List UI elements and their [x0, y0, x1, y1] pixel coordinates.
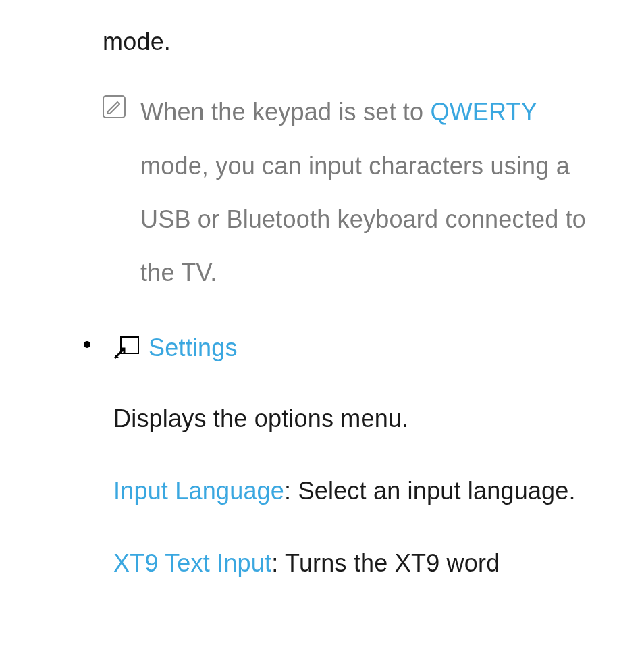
- note-post: mode, you can input characters using a U…: [140, 152, 586, 286]
- xt9-line: XT9 Text Input: Turns the XT9 word: [113, 536, 576, 590]
- settings-description: Displays the options menu.: [113, 392, 576, 445]
- input-language-line: Input Language: Select an input language…: [113, 464, 576, 517]
- mode-fragment-line: mode.: [103, 19, 614, 65]
- xt9-label: XT9 Text Input: [113, 549, 271, 577]
- document-page: mode. When the keypad is set to QWERTY m…: [0, 0, 644, 590]
- settings-bullet: Settings Displays the options menu. Inpu…: [103, 325, 614, 590]
- note-pre: When the keypad is set to: [140, 98, 430, 126]
- note-text: When the keypad is set to QWERTY mode, y…: [140, 85, 606, 299]
- note-block: When the keypad is set to QWERTY mode, y…: [103, 85, 614, 299]
- qwerty-highlight: QWERTY: [430, 98, 537, 126]
- options-menu-icon: [113, 336, 139, 359]
- input-language-desc: : Select an input language.: [284, 477, 576, 505]
- note-pencil-icon: [103, 95, 126, 118]
- settings-label: Settings: [149, 325, 238, 371]
- bullet-dot-icon: [84, 341, 90, 348]
- settings-heading: Settings: [113, 325, 576, 371]
- xt9-desc: : Turns the XT9 word: [271, 549, 500, 577]
- input-language-label: Input Language: [113, 477, 284, 505]
